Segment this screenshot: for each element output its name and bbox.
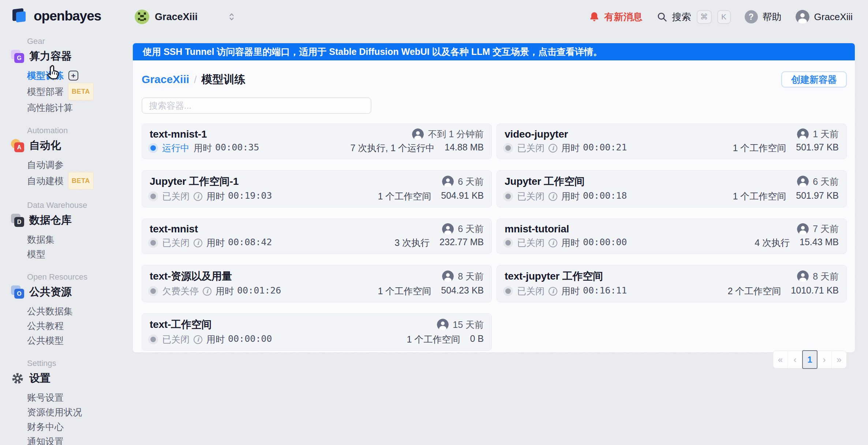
container-card[interactable]: text-mnist 6 天前 已关闭i用时00:08:42 3 次执行232.… [142,218,492,254]
time-ago: 8 天前 [458,270,484,283]
container-card[interactable]: text-资源以及用量 8 天前 欠费关停i用时00:01:26 1 个工作空间… [142,265,492,302]
container-list: text-mnist-1 不到 1 分钟前 运行中i用时00:00:35 7 次… [142,124,847,351]
pagination-page-1[interactable]: 1 [802,350,818,369]
workspace-selector[interactable]: GraceXiii [135,8,234,26]
ssh-tunnel-banner[interactable]: 使用 SSH Tunnel 访问容器里的端口，适用于 Stable Diffus… [133,43,855,60]
container-card[interactable]: text-mnist-1 不到 1 分钟前 运行中i用时00:00:35 7 次… [142,124,492,159]
info-icon[interactable]: i [549,239,557,247]
duration-label: 用时 [206,190,225,202]
sidebar-section-resources-title[interactable]: O 公共资源 [11,285,133,299]
owner-avatar-icon [797,270,809,282]
owner-avatar-icon [797,223,809,235]
info-icon[interactable]: i [549,287,557,296]
info-icon[interactable]: i [194,239,202,247]
time-ago: 8 天前 [813,270,839,283]
status-label: 已关闭 [517,142,545,154]
pagination-next-button[interactable]: › [817,351,832,368]
container-stats: 1 个工作空间 [378,190,431,202]
status-dot [150,145,156,151]
container-size: 14.88 MB [445,142,484,154]
container-card[interactable]: Jupyter 工作空间 6 天前 已关闭i用时00:00:18 1 个工作空间… [497,170,847,207]
workspace-name: GraceXiii [155,11,198,23]
container-name: mnist-tutorial [505,223,755,235]
info-icon[interactable]: i [549,192,557,201]
container-card[interactable]: text-工作空间 15 天前 已关闭i用时00:00:00 1 个工作空间0 … [142,313,492,351]
sidebar-item-hpc[interactable]: 高性能计算 [27,100,133,115]
sidebar-section-compute[interactable]: G 算力容器 [11,49,133,64]
status-dot [505,145,511,151]
sidebar-item-billing-center[interactable]: 财务中心 [27,419,133,434]
sidebar-item-datasets[interactable]: 数据集 [27,232,133,247]
sidebar-item-model-training[interactable]: 模型训练 + [27,68,133,83]
info-icon[interactable]: i [194,335,202,344]
help-button[interactable]: ? 帮助 [745,10,782,23]
sidebar-item-account-settings[interactable]: 账号设置 [27,390,133,405]
time-ago: 6 天前 [458,223,484,235]
sidebar-item-resource-usage[interactable]: 资源使用状况 [27,405,133,419]
container-card[interactable]: video-jupyter 1 天前 已关闭i用时00:00:21 1 个工作空… [497,124,847,159]
container-stats: 1 个工作空间 [407,333,460,345]
info-icon[interactable]: i [549,144,557,153]
openbayes-logo[interactable]: openbayes [12,8,101,24]
search-icon [656,11,667,22]
duration-label: 用时 [561,285,580,297]
data-warehouse-icon: D [11,214,24,227]
sidebar-item-public-datasets[interactable]: 公共数据集 [27,304,133,318]
info-icon[interactable]: i [203,287,212,296]
owner-avatar-icon [442,176,454,187]
page-title: 模型训练 [202,72,246,87]
sidebar-item-auto-modeling[interactable]: 自动建模 BETA [27,172,133,190]
container-search-input[interactable] [142,97,371,114]
cmd-keycap: ⌘ [697,10,712,24]
create-container-button[interactable]: 创建新容器 [781,71,847,87]
sidebar-section-automation-title[interactable]: A 自动化 [11,138,133,153]
breadcrumb-workspace-link[interactable]: GraceXiii [142,73,189,86]
container-card[interactable]: Jupyter 工作空间-1 6 天前 已关闭i用时00:19:03 1 个工作… [142,170,492,207]
container-stats: 2 个工作空间 [727,285,781,297]
sidebar-item-notification-settings[interactable]: 通知设置 [27,434,133,445]
sidebar-item-model-deployment[interactable]: 模型部署 BETA [27,83,133,100]
header-actions: 有新消息 搜索 ⌘ K ? 帮助 GraceXiii [589,8,853,26]
time-ago: 6 天前 [458,176,484,188]
pagination: « ‹ 1 › » [773,351,847,369]
container-name: Jupyter 工作空间-1 [150,175,378,188]
duration-value: 00:16:11 [583,285,627,297]
container-name: text-mnist-1 [150,128,350,140]
search-button[interactable]: 搜索 ⌘ K [656,10,731,24]
status-dot [505,194,511,199]
sidebar-item-models[interactable]: 模型 [27,247,133,261]
sidebar-item-auto-tuning[interactable]: 自动调参 [27,157,133,172]
owner-avatar-icon [437,319,449,330]
sidebar-section-settings: Settings 设置 账号设置 资源使用状况 财务中心 通知设置 SSH 设置 [11,359,133,445]
sidebar-section-label: Data Warehouse [27,201,133,210]
container-card[interactable]: mnist-tutorial 7 天前 已关闭i用时00:00:00 4 次执行… [497,218,847,254]
time-ago: 15 天前 [453,319,484,331]
sidebar-section-settings-title[interactable]: 设置 [11,371,133,386]
info-icon[interactable]: i [194,192,202,201]
question-mark-icon: ? [745,10,758,23]
add-container-icon[interactable]: + [68,71,78,81]
duration-label: 用时 [561,237,580,249]
time-ago: 不到 1 分钟前 [428,128,484,140]
owner-avatar-icon [797,128,809,140]
container-stats: 4 次执行 [755,237,790,249]
pagination-prev-button[interactable]: ‹ [788,351,802,368]
container-card[interactable]: text-jupyter 工作空间 8 天前 已关闭i用时00:16:11 2 … [497,265,847,302]
search-label: 搜索 [672,11,691,23]
notifications-button[interactable]: 有新消息 [589,11,643,23]
sidebar-item-public-models[interactable]: 公共模型 [27,333,133,348]
status-label: 欠费关停 [162,285,199,297]
pagination-last-button[interactable]: » [832,351,846,368]
pagination-first-button[interactable]: « [773,351,788,368]
open-resources-icon: O [11,285,24,299]
status-dot [505,288,511,294]
owner-avatar-icon [797,176,809,187]
status-dot [150,240,156,246]
container-name: text-工作空间 [150,318,407,332]
duration-label: 用时 [206,333,225,345]
sidebar-item-public-tutorials[interactable]: 公共教程 [27,318,133,333]
user-menu[interactable]: GraceXiii [796,10,853,24]
sidebar-section-warehouse-title[interactable]: D 数据仓库 [11,213,133,228]
status-label: 已关闭 [517,285,545,297]
beta-badge: BETA [68,83,94,100]
